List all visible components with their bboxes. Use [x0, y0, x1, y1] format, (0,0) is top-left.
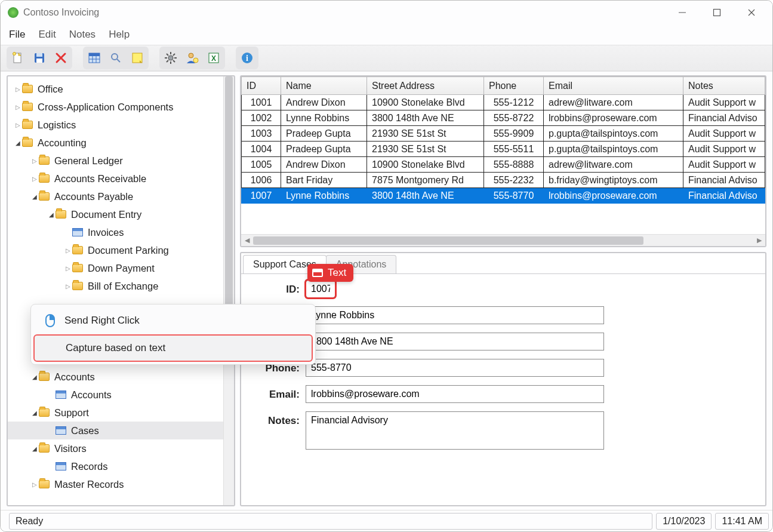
input-notes[interactable] — [306, 411, 604, 450]
tree-item-crossapp[interactable]: ▷Cross-Application Components — [8, 98, 223, 116]
table-node-icon — [72, 228, 83, 236]
folder-icon — [22, 103, 33, 111]
svg-line-28 — [173, 54, 175, 56]
info-icon[interactable]: i — [237, 48, 257, 68]
column-phone[interactable]: Phone — [484, 77, 544, 95]
window-frame-icon — [312, 269, 323, 277]
user-icon[interactable] — [182, 48, 202, 68]
tree-item-accounts-leaf[interactable]: Accounts — [8, 386, 223, 404]
app-window: Contoso Invoicing File Edit Notes Help X — [0, 0, 773, 532]
svg-rect-9 — [36, 59, 42, 63]
svg-point-6 — [13, 53, 16, 56]
tree-item-accounting[interactable]: ◢Accounting — [8, 134, 223, 152]
delete-icon[interactable] — [51, 48, 71, 68]
tree-item-billex[interactable]: ▷Bill of Exchange — [8, 277, 223, 295]
folder-icon — [39, 373, 50, 381]
close-button[interactable] — [743, 4, 760, 21]
status-text: Ready — [9, 513, 652, 530]
excel-icon[interactable]: X — [204, 48, 224, 68]
folder-icon — [56, 210, 66, 219]
column-notes[interactable]: Notes — [683, 77, 765, 95]
folder-icon — [39, 444, 50, 453]
svg-point-30 — [189, 53, 193, 58]
tree-item-gl[interactable]: ▷General Ledger — [8, 152, 223, 170]
tree-item-records[interactable]: Records — [8, 457, 223, 475]
new-file-icon[interactable] — [8, 48, 28, 68]
menu-notes[interactable]: Notes — [69, 29, 96, 41]
table-row[interactable]: 1007Lynne Robbins3800 148th Ave NE555-87… — [242, 188, 765, 204]
table-node-icon — [56, 390, 66, 399]
status-date: 1/10/2023 — [656, 513, 712, 530]
window-controls — [673, 4, 760, 21]
detail-panel: Support Cases Annotations ID: X X Phone:… — [240, 252, 766, 506]
table-node-icon — [56, 462, 66, 471]
menu-edit[interactable]: Edit — [38, 29, 56, 41]
tree-item-ar[interactable]: ▷Accounts Receivable — [8, 170, 223, 187]
gear-icon[interactable] — [161, 48, 181, 68]
svg-line-29 — [167, 60, 168, 62]
toolbar: X i — [1, 45, 772, 71]
context-menu: Send Right Click Capture based on text — [30, 304, 316, 365]
status-time: 11:41 AM — [715, 513, 769, 530]
menu-file[interactable]: File — [9, 29, 25, 41]
label-notes: Notes: — [250, 411, 306, 427]
table-row[interactable]: 1001Andrew Dixon10900 Stonelake Blvd555-… — [242, 95, 765, 110]
column-street[interactable]: Street Address — [367, 77, 484, 95]
tree-item-ap[interactable]: ◢Accounts Payable — [8, 187, 223, 205]
search-icon[interactable] — [106, 48, 126, 68]
menu-help[interactable]: Help — [109, 29, 130, 41]
table-row[interactable]: 1004Pradeep Gupta21930 SE 51st St555-551… — [242, 142, 765, 157]
context-send-right-click[interactable]: Send Right Click — [33, 307, 313, 334]
window-title: Contoso Invoicing — [23, 7, 673, 18]
column-name[interactable]: Name — [281, 77, 367, 95]
svg-text:X: X — [211, 54, 216, 63]
svg-line-26 — [167, 54, 168, 56]
folder-icon — [39, 156, 50, 165]
svg-rect-13 — [89, 53, 100, 56]
input-id[interactable] — [306, 280, 335, 298]
svg-point-17 — [112, 54, 118, 60]
tree-item-master[interactable]: ▷Master Records — [8, 475, 223, 493]
tree-item-docentry[interactable]: ◢Document Entry — [8, 205, 223, 223]
tree-item-downpay[interactable]: ▷Down Payment — [8, 259, 223, 277]
table-row[interactable]: 1006Bart Friday7875 Montgomery Rd555-223… — [242, 173, 765, 188]
tree-item-invoices[interactable]: Invoices — [8, 223, 223, 241]
titlebar: Contoso Invoicing — [1, 1, 772, 24]
minimize-button[interactable] — [673, 4, 691, 21]
tree-item-support[interactable]: ◢Support — [8, 404, 223, 422]
tree-item-visitors[interactable]: ◢Visitors — [8, 439, 223, 457]
tree-item-cases[interactable]: Cases — [8, 422, 223, 439]
folder-icon — [22, 85, 33, 93]
input-street[interactable] — [306, 333, 604, 350]
tree-item-accounts[interactable]: ◢Accounts — [8, 368, 223, 386]
tree-item-logistics[interactable]: ▷Logistics — [8, 116, 223, 134]
svg-line-27 — [173, 60, 175, 62]
column-id[interactable]: ID — [242, 77, 281, 95]
maximize-button[interactable] — [708, 4, 726, 21]
tree-item-docparking[interactable]: ▷Document Parking — [8, 241, 223, 259]
navigation-tree: ▷Office ▷Cross-Application Components ▷L… — [7, 75, 235, 506]
context-capture-text[interactable]: Capture based on text — [33, 334, 313, 362]
tree-scrollbar[interactable] — [223, 76, 234, 505]
label-email: Email: — [250, 385, 306, 401]
table-row[interactable]: 1003Pradeep Gupta21930 SE 51st St555-990… — [242, 126, 765, 142]
input-name[interactable] — [306, 306, 604, 324]
folder-icon — [72, 246, 83, 254]
folder-icon — [22, 121, 33, 129]
grid-horizontal-scrollbar[interactable]: ◀▶ — [241, 234, 765, 246]
save-icon[interactable] — [29, 48, 50, 68]
svg-line-18 — [117, 59, 120, 62]
svg-text:i: i — [246, 54, 248, 63]
menubar: File Edit Notes Help — [1, 24, 772, 45]
callout-text: Text — [307, 264, 353, 282]
table-row[interactable]: 1005Andrew Dixon10900 Stonelake Blvd555-… — [242, 157, 765, 173]
tree-item-office[interactable]: ▷Office — [8, 80, 223, 98]
column-email[interactable]: Email — [544, 77, 683, 95]
folder-icon — [39, 408, 50, 417]
table-row[interactable]: 1002Lynne Robbins3800 148th Ave NE555-87… — [242, 110, 765, 126]
records-grid: ID Name Street Address Phone Email Notes… — [240, 75, 766, 247]
input-phone[interactable] — [306, 359, 604, 377]
note-icon[interactable] — [127, 48, 147, 68]
input-email[interactable] — [306, 385, 604, 403]
table-icon[interactable] — [84, 48, 104, 68]
